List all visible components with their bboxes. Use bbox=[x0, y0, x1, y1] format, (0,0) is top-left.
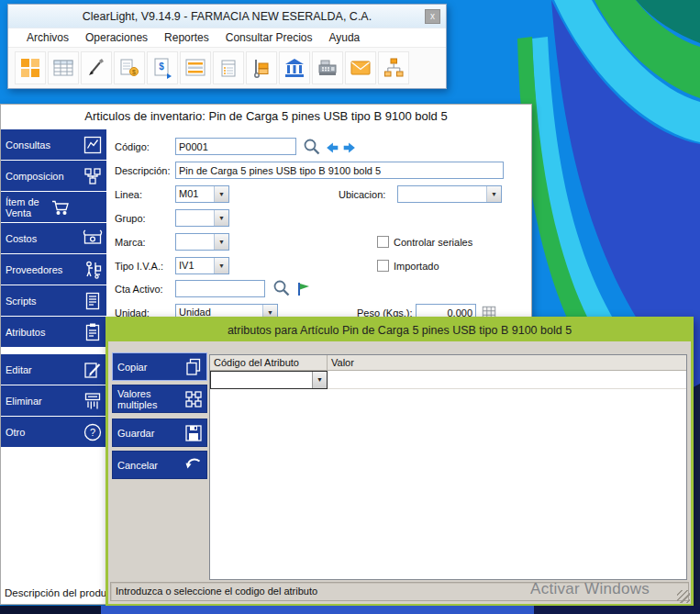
sidebar-item-label: Proveedores bbox=[1, 264, 79, 275]
sidebar-item-label: Composicion bbox=[1, 171, 79, 182]
sidebar-item-item-de-venta[interactable]: Ítem de Venta bbox=[1, 192, 106, 222]
chevron-down-icon[interactable]: ▼ bbox=[486, 186, 501, 202]
table-icon bbox=[52, 57, 74, 79]
sidebar-item-costos[interactable]: Costos bbox=[1, 223, 106, 253]
marca-label: Marca: bbox=[115, 234, 146, 251]
value-cell[interactable] bbox=[328, 371, 686, 389]
toolbar-flowchart-button[interactable] bbox=[378, 51, 409, 84]
menu-item-reportes[interactable]: Reportes bbox=[156, 31, 217, 44]
sidebar-item-composicion[interactable]: Composicion bbox=[1, 161, 106, 191]
ubicacion-label: Ubicacion: bbox=[339, 186, 385, 203]
cash-register-icon bbox=[317, 57, 339, 79]
codigo-input[interactable] bbox=[175, 138, 296, 155]
search-icon bbox=[272, 278, 291, 297]
pen-icon bbox=[85, 57, 107, 79]
save-icon bbox=[181, 422, 206, 444]
menu-item-ayuda[interactable]: Ayuda bbox=[320, 31, 368, 44]
modules-icon bbox=[19, 57, 41, 79]
chevron-down-icon[interactable]: ▼ bbox=[312, 372, 327, 388]
previous-record-button[interactable] bbox=[324, 140, 340, 156]
toolbar-invoice-button[interactable]: $ bbox=[114, 51, 145, 84]
toolbar-cash-register-button[interactable] bbox=[312, 51, 343, 84]
toolbar-price-document-button[interactable]: $ bbox=[147, 51, 178, 84]
cta-activo-input[interactable] bbox=[175, 280, 265, 297]
flowchart-icon bbox=[383, 57, 405, 79]
accounts-tree-button[interactable] bbox=[294, 280, 313, 298]
valores-multiples-button[interactable]: Valores multiples bbox=[112, 385, 207, 413]
sidebar-item-label: Consultas bbox=[1, 140, 79, 151]
menu-item-operaciones[interactable]: Operaciones bbox=[77, 31, 156, 44]
menu-item-archivos[interactable]: Archivos bbox=[18, 31, 77, 44]
chevron-down-icon[interactable]: ▼ bbox=[214, 258, 228, 274]
search-codigo-button[interactable] bbox=[302, 137, 321, 156]
bank-icon bbox=[283, 57, 306, 79]
search-cta-button[interactable] bbox=[272, 278, 291, 297]
column-header-valor[interactable]: Valor bbox=[328, 355, 686, 370]
taskbar-segment[interactable] bbox=[101, 606, 534, 614]
resize-grip[interactable] bbox=[677, 590, 690, 603]
attribute-code-input[interactable] bbox=[211, 372, 312, 388]
descripcion-input[interactable] bbox=[175, 162, 504, 179]
titlebar[interactable]: ClearLight, V9.14.9 - FARMACIA NEW ESERA… bbox=[8, 5, 446, 28]
svg-text:$: $ bbox=[159, 61, 164, 72]
tipo-iva-label: Tipo I.V.A.: bbox=[115, 258, 163, 274]
chevron-down-icon[interactable]: ▼ bbox=[214, 210, 228, 226]
controlar-seriales-checkbox[interactable] bbox=[377, 236, 389, 248]
sidebar-item-editar[interactable]: Editar bbox=[1, 354, 106, 385]
toolbar-email-button[interactable] bbox=[345, 51, 376, 84]
toolbar-modules-button[interactable] bbox=[15, 51, 46, 84]
sidebar-item-scripts[interactable]: Scripts bbox=[1, 285, 106, 316]
cta-activo-label: Cta Activo: bbox=[115, 281, 163, 297]
supplier-icon bbox=[79, 259, 106, 281]
toolbar-table-button[interactable] bbox=[48, 51, 79, 84]
linea-value: M01 bbox=[176, 186, 214, 202]
sidebar-item-otro[interactable]: Otro ? bbox=[1, 417, 106, 447]
toolbar-notepad-button[interactable] bbox=[213, 51, 244, 84]
close-button[interactable]: x bbox=[425, 9, 440, 24]
sidebar-item-atributos[interactable]: Atributos bbox=[1, 317, 106, 347]
attributes-dialog: atributos para Artículo Pin de Carga 5 p… bbox=[106, 317, 694, 607]
sidebar-item-consultas[interactable]: Consultas bbox=[1, 129, 106, 160]
chart-icon bbox=[79, 134, 106, 156]
linea-dropdown[interactable]: M01 ▼ bbox=[175, 185, 229, 203]
marca-dropdown[interactable]: ▼ bbox=[175, 233, 229, 251]
attribute-code-combo[interactable]: ▼ bbox=[210, 371, 328, 389]
toolbar-delivery-button[interactable] bbox=[246, 51, 277, 84]
toolbar-pen-button[interactable] bbox=[81, 51, 112, 84]
sidebar-item-label: Ítem de Venta bbox=[1, 196, 47, 218]
menu-item-consultar-precios[interactable]: Consultar Precios bbox=[217, 31, 321, 44]
copiar-button[interactable]: Copiar bbox=[112, 352, 207, 381]
column-header-codigo-atributo[interactable]: Código del Atributo bbox=[210, 355, 328, 370]
other-icon: ? bbox=[79, 421, 106, 443]
next-record-button[interactable] bbox=[341, 140, 358, 156]
button-label: Valores multiples bbox=[113, 388, 181, 410]
button-label: Copiar bbox=[113, 362, 181, 373]
chevron-down-icon[interactable]: ▼ bbox=[214, 186, 228, 202]
clearlight-main-window: ClearLight, V9.14.9 - FARMACIA NEW ESERA… bbox=[7, 4, 447, 89]
sidebar-item-eliminar[interactable]: Eliminar bbox=[1, 385, 106, 416]
cancelar-button[interactable]: Cancelar bbox=[112, 451, 207, 479]
ubicacion-value bbox=[398, 186, 486, 202]
button-label: Guardar bbox=[113, 428, 181, 439]
grupo-dropdown[interactable]: ▼ bbox=[175, 209, 229, 227]
email-icon bbox=[350, 57, 372, 79]
tipo-iva-dropdown[interactable]: IV1 ▼ bbox=[175, 257, 229, 274]
ubicacion-dropdown[interactable]: ▼ bbox=[397, 185, 502, 203]
desktop: ClearLight, V9.14.9 - FARMACIA NEW ESERA… bbox=[0, 0, 700, 614]
toolbar-bank-button[interactable] bbox=[279, 51, 310, 84]
taskbar-segment[interactable] bbox=[534, 606, 700, 614]
toolbar-report-button[interactable] bbox=[180, 51, 211, 84]
sidebar-item-proveedores[interactable]: Proveedores bbox=[1, 254, 106, 285]
composition-icon bbox=[79, 165, 106, 187]
chevron-down-icon[interactable]: ▼ bbox=[214, 234, 228, 250]
importado-checkbox[interactable] bbox=[377, 260, 389, 272]
attributes-table: Código del Atributo Valor ▼ bbox=[209, 354, 687, 580]
taskbar-segment[interactable] bbox=[0, 606, 101, 614]
toolbar: $ $ bbox=[8, 48, 446, 88]
codigo-label: Código: bbox=[115, 139, 150, 155]
activate-windows-watermark: Activar Windows bbox=[530, 580, 650, 598]
tipo-iva-value: IV1 bbox=[176, 258, 214, 274]
taskbar[interactable] bbox=[0, 606, 700, 614]
attributes-list-area[interactable] bbox=[210, 389, 686, 579]
guardar-button[interactable]: Guardar bbox=[112, 419, 207, 447]
